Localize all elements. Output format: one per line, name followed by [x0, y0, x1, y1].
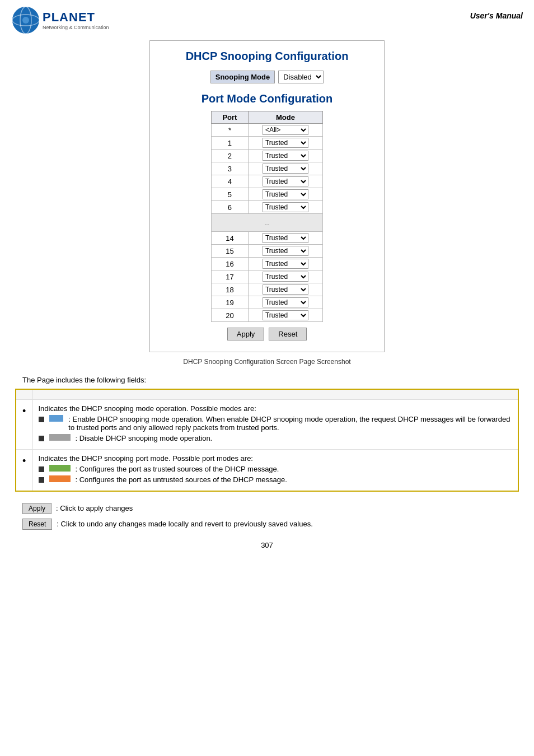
apply-desc: : Click to apply changes [56, 504, 133, 512]
color-swatch-icon [49, 475, 71, 482]
snooping-mode-label: Snooping Mode [210, 71, 275, 83]
field-bullet: • [16, 399, 32, 449]
port-mode-select-cell[interactable]: TrustedUntrusted [248, 258, 322, 270]
sub-bullet-square [39, 417, 44, 422]
field-row: •Indicates the DHCP snooping mode operat… [16, 399, 518, 449]
port-mode-select[interactable]: TrustedUntrusted [263, 310, 308, 320]
port-number: 6 [212, 201, 249, 214]
port-table-row: 16 TrustedUntrusted [212, 258, 323, 270]
port-mode-select-cell[interactable]: TrustedUntrusted [248, 162, 322, 175]
page-header: PLANET Networking & Communication User's… [11, 6, 523, 35]
port-mode-select[interactable]: TrustedUntrusted [263, 233, 308, 243]
field-description: Indicates the DHCP snooping port mode. P… [32, 449, 518, 491]
port-number: 19 [212, 296, 249, 309]
port-number: 17 [212, 270, 249, 283]
port-mode-select-cell[interactable]: TrustedUntrusted [248, 283, 322, 296]
port-table-row: * <All>TrustedUntrusted [212, 124, 323, 137]
dhcp-config-title: DHCP Snooping Configuration [167, 50, 367, 63]
sub-item-text: : Disable DHCP snooping mode operation. [76, 434, 213, 442]
logo-text: PLANET Networking & Communication [43, 10, 109, 30]
port-mode-select-cell[interactable]: TrustedUntrusted [248, 296, 322, 309]
fields-intro: The Page includes the following fields: [22, 376, 523, 384]
scroll-gap-row: ... [212, 214, 323, 232]
port-table-row: 18 TrustedUntrusted [212, 283, 323, 296]
config-box: DHCP Snooping Configuration Snooping Mod… [149, 40, 385, 352]
port-number: 2 [212, 150, 249, 162]
svg-point-3 [22, 17, 29, 24]
field-sub-item: : Enable DHCP snooping mode operation. W… [39, 415, 513, 432]
field-desc-text: Indicates the DHCP snooping port mode. P… [39, 454, 253, 463]
port-mode-select-cell[interactable]: TrustedUntrusted [248, 270, 322, 283]
sub-item-text: : Configures the port as trusted sources… [76, 465, 279, 473]
port-table-row: 17 TrustedUntrusted [212, 270, 323, 283]
mode-col-header: Mode [248, 111, 322, 124]
port-table-row: 6 TrustedUntrusted [212, 201, 323, 214]
fields-table: •Indicates the DHCP snooping mode operat… [15, 389, 519, 492]
sub-item-text: : Configures the port as untrusted sourc… [76, 475, 287, 484]
port-mode-select-cell[interactable]: TrustedUntrusted [248, 309, 322, 322]
port-mode-select[interactable]: TrustedUntrusted [263, 284, 308, 295]
page-number: 307 [11, 541, 523, 549]
port-mode-select-cell[interactable]: TrustedUntrusted [248, 232, 322, 245]
port-mode-select[interactable]: <All>TrustedUntrusted [263, 125, 308, 135]
port-number: * [212, 124, 249, 137]
field-sub-item: : Disable DHCP snooping mode operation. [39, 434, 513, 442]
bottom-section: Apply : Click to apply changes Reset : C… [22, 503, 512, 530]
port-mode-select[interactable]: TrustedUntrusted [263, 272, 308, 282]
planet-logo-icon [11, 6, 40, 35]
port-table-row: 3 TrustedUntrusted [212, 162, 323, 175]
manual-title: User's Manual [470, 6, 523, 20]
port-mode-select[interactable]: TrustedUntrusted [263, 297, 308, 307]
port-number: 3 [212, 162, 249, 175]
port-table-row: 4 TrustedUntrusted [212, 175, 323, 188]
port-table-row: 19 TrustedUntrusted [212, 296, 323, 309]
port-mode-select-cell[interactable]: TrustedUntrusted [248, 201, 322, 214]
port-table-row: 20 TrustedUntrusted [212, 309, 323, 322]
reset-explain: Reset : Click to undo any changes made l… [22, 519, 512, 530]
port-number: 18 [212, 283, 249, 296]
port-number: 16 [212, 258, 249, 270]
port-table-row: 14 TrustedUntrusted [212, 232, 323, 245]
port-mode-select[interactable]: TrustedUntrusted [263, 151, 308, 161]
sub-item-text: : Enable DHCP snooping mode operation. W… [68, 415, 512, 432]
port-mode-select-cell[interactable]: TrustedUntrusted [248, 175, 322, 188]
port-mode-select[interactable]: TrustedUntrusted [263, 246, 308, 256]
reset-desc: : Click to undo any changes made locally… [57, 520, 312, 528]
snooping-mode-row: Snooping Mode Disabled Enabled [167, 71, 367, 83]
port-mode-title: Port Mode Configuration [167, 92, 367, 105]
color-swatch-icon [49, 465, 71, 472]
apply-explain: Apply : Click to apply changes [22, 503, 512, 514]
snooping-mode-select[interactable]: Disabled Enabled [278, 71, 324, 83]
reset-inline-button[interactable]: Reset [22, 519, 52, 530]
port-table-row: 15 TrustedUntrusted [212, 245, 323, 258]
port-mode-select[interactable]: TrustedUntrusted [263, 138, 308, 148]
sub-bullet-square [39, 466, 44, 472]
button-row: Apply Reset [167, 328, 367, 340]
field-desc-text: Indicates the DHCP snooping mode operati… [39, 404, 256, 413]
port-col-header: Port [212, 111, 249, 124]
port-mode-select-cell[interactable]: <All>TrustedUntrusted [248, 124, 322, 137]
port-mode-select-cell[interactable]: TrustedUntrusted [248, 188, 322, 201]
apply-button[interactable]: Apply [227, 328, 265, 340]
color-swatch-icon [49, 415, 64, 422]
port-mode-select-cell[interactable]: TrustedUntrusted [248, 150, 322, 162]
port-mode-select[interactable]: TrustedUntrusted [263, 164, 308, 174]
port-number: 20 [212, 309, 249, 322]
logo-area: PLANET Networking & Communication [11, 6, 109, 35]
port-table-row: 2 TrustedUntrusted [212, 150, 323, 162]
port-number: 4 [212, 175, 249, 188]
port-mode-select-cell[interactable]: TrustedUntrusted [248, 245, 322, 258]
port-mode-select[interactable]: TrustedUntrusted [263, 259, 308, 269]
port-mode-select[interactable]: TrustedUntrusted [263, 202, 308, 212]
reset-button[interactable]: Reset [269, 328, 307, 340]
port-mode-select[interactable]: TrustedUntrusted [263, 189, 308, 199]
port-number: 5 [212, 188, 249, 201]
port-number: 15 [212, 245, 249, 258]
field-bullet: • [16, 449, 32, 491]
field-sub-item: : Configures the port as untrusted sourc… [39, 475, 513, 484]
apply-inline-button[interactable]: Apply [22, 503, 51, 514]
screenshot-caption: DHCP Snooping Configuration Screen Page … [183, 358, 350, 366]
port-mode-select-cell[interactable]: TrustedUntrusted [248, 137, 322, 150]
fields-header-row [16, 389, 518, 399]
port-mode-select[interactable]: TrustedUntrusted [263, 176, 308, 186]
